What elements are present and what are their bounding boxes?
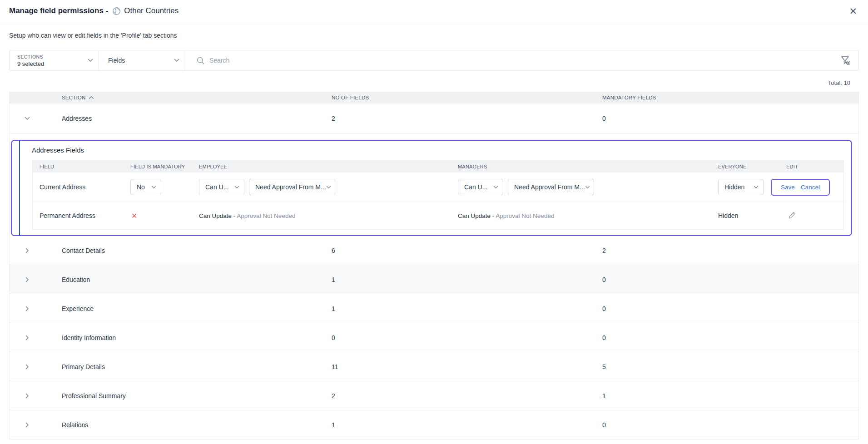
mandatory-count: 5 — [602, 363, 858, 370]
column-everyone: EVERYONE — [718, 164, 786, 169]
chevron-down-icon — [234, 186, 239, 189]
employee-permission-value: Can Update — [199, 212, 232, 219]
fields-count: 11 — [332, 363, 602, 370]
panel-accent-line — [19, 141, 20, 235]
table-row[interactable]: Experience 1 0 — [10, 294, 858, 323]
section-name: Identity Information — [62, 334, 332, 341]
section-name: Experience — [62, 305, 332, 312]
column-edit: EDIT — [786, 164, 843, 169]
section-name: Primary Details — [62, 363, 332, 370]
sections-dropdown[interactable]: SECTIONS 9 selected — [10, 50, 99, 70]
mandatory-count: 0 — [602, 115, 858, 122]
section-name: Addresses — [62, 115, 332, 122]
table-row[interactable]: Addresses 2 0 — [10, 104, 858, 133]
sections-table: SECTION NO OF FIELDS MANDATORY FIELDS Ad… — [9, 92, 859, 439]
chevron-down-icon — [493, 186, 498, 189]
table-row[interactable]: Primary Details 11 5 — [10, 352, 858, 381]
field-row: Permanent Address ✕ Can Update - Approva… — [33, 202, 843, 229]
not-mandatory-x-icon: ✕ — [131, 212, 137, 220]
chevron-down-icon — [151, 186, 156, 189]
table-row[interactable]: Identity Information 0 0 — [10, 323, 858, 352]
search-icon — [197, 57, 204, 64]
pencil-icon — [789, 212, 796, 219]
managers-approval-value: - Approval Not Needed — [492, 212, 555, 219]
fields-dropdown[interactable]: Fields — [99, 50, 185, 70]
employee-approval-select[interactable]: Need Approval From M... — [249, 179, 335, 195]
employee-permission-select[interactable]: Can U... — [199, 179, 244, 195]
fields-count: 2 — [332, 392, 602, 400]
chevron-down-icon — [88, 59, 93, 62]
mandatory-select[interactable]: No — [130, 179, 161, 195]
total-count: Total: 10 — [9, 79, 859, 86]
field-name: Permanent Address — [33, 212, 130, 219]
close-icon[interactable]: ✕ — [847, 5, 859, 18]
fields-count: 2 — [332, 115, 602, 122]
managers-permission-value: Can Update — [458, 212, 491, 219]
chevron-right-icon[interactable] — [25, 364, 29, 370]
chevron-down-icon — [326, 186, 331, 189]
managers-permission-select[interactable]: Can U... — [458, 179, 503, 195]
chevron-right-icon[interactable] — [25, 306, 29, 311]
chevron-right-icon[interactable] — [25, 422, 29, 428]
column-mandatory-fields: MANDATORY FIELDS — [602, 95, 656, 100]
table-header: SECTION NO OF FIELDS MANDATORY FIELDS — [10, 92, 858, 104]
mandatory-count: 0 — [602, 334, 858, 341]
fields-count: 6 — [332, 247, 602, 254]
fields-dropdown-label: Fields — [108, 57, 174, 64]
section-name: Education — [62, 276, 332, 283]
addresses-fields-panel: Addresses Fields FIELD FIELD IS MANDATOR… — [11, 140, 852, 236]
table-row[interactable]: Education 1 0 — [10, 265, 858, 294]
field-row-editing: Current Address No Can U... Ne — [33, 173, 843, 202]
save-button[interactable]: Save — [781, 184, 795, 191]
sort-asc-icon[interactable] — [89, 96, 94, 99]
section-name: Professional Summary — [62, 392, 332, 400]
globe-icon — [112, 7, 121, 15]
chevron-right-icon[interactable] — [25, 393, 29, 399]
panel-title: Addresses Fields — [32, 146, 851, 154]
chevron-down-icon[interactable] — [25, 117, 30, 120]
search-input[interactable] — [209, 57, 391, 64]
chevron-right-icon[interactable] — [25, 335, 29, 340]
mandatory-count: 2 — [602, 247, 858, 254]
column-field: FIELD — [33, 164, 130, 169]
fields-table-header: FIELD FIELD IS MANDATORY EMPLOYEE MANAGE… — [33, 160, 843, 173]
clear-filter-button[interactable] — [833, 50, 858, 70]
fields-table: FIELD FIELD IS MANDATORY EMPLOYEE MANAGE… — [32, 160, 844, 230]
column-employee: EMPLOYEE — [199, 164, 458, 169]
table-row[interactable]: Contact Details 6 2 — [10, 236, 858, 265]
chevron-down-icon — [174, 59, 179, 62]
dialog-title: Manage field permissions - — [9, 6, 108, 15]
entity-name: Other Countries — [124, 6, 179, 15]
everyone-permission-value: Hidden — [718, 212, 786, 219]
column-no-of-fields: NO OF FIELDS — [332, 95, 369, 100]
field-name: Current Address — [33, 183, 130, 191]
chevron-down-icon — [754, 186, 759, 189]
cancel-button[interactable]: Cancel — [801, 184, 820, 191]
everyone-permission-select[interactable]: Hidden — [718, 179, 764, 195]
fields-count: 1 — [332, 276, 602, 283]
column-section[interactable]: SECTION — [62, 95, 86, 100]
mandatory-count: 0 — [602, 421, 858, 429]
chevron-right-icon[interactable] — [25, 248, 29, 253]
sections-dropdown-value: 9 selected — [17, 60, 88, 67]
mandatory-count: 1 — [602, 392, 858, 400]
dialog-titlebar: Manage field permissions - Other Countri… — [0, 0, 868, 22]
sections-dropdown-label: SECTIONS — [17, 54, 88, 59]
mandatory-count: 0 — [602, 276, 858, 283]
fields-count: 0 — [332, 334, 602, 341]
edit-button[interactable] — [788, 211, 797, 221]
filter-bar: SECTIONS 9 selected Fields — [9, 50, 859, 71]
filter-remove-icon — [840, 55, 851, 66]
section-name: Relations — [62, 421, 332, 429]
column-field-is-mandatory: FIELD IS MANDATORY — [130, 164, 199, 169]
table-row[interactable]: Relations 1 0 — [10, 410, 858, 439]
chevron-right-icon[interactable] — [25, 277, 29, 282]
save-cancel-group: Save Cancel — [771, 179, 830, 196]
table-row[interactable]: Professional Summary 2 1 — [10, 381, 858, 410]
managers-approval-select[interactable]: Need Approval From M... — [508, 179, 594, 195]
employee-approval-value: - Approval Not Needed — [233, 212, 296, 219]
fields-count: 1 — [332, 421, 602, 429]
section-name: Contact Details — [62, 247, 332, 254]
chevron-down-icon — [585, 186, 590, 189]
dialog-description: Setup who can view or edit fields in the… — [9, 32, 859, 39]
